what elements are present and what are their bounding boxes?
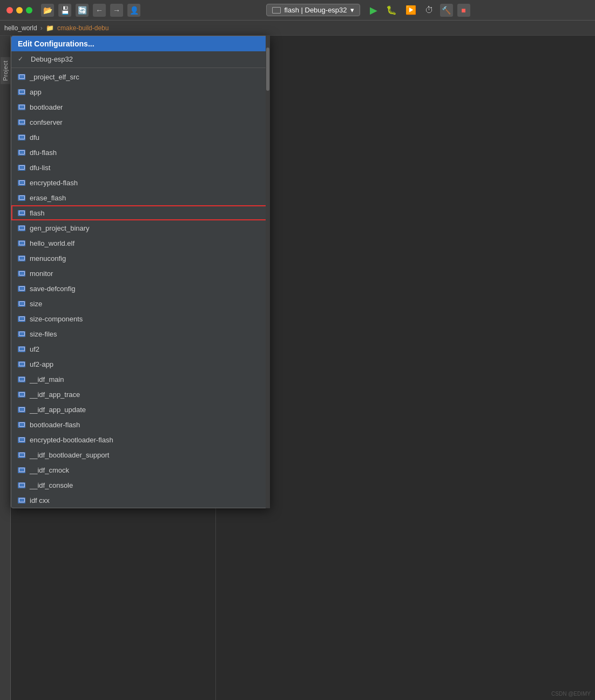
config-label: save-defconfig: [30, 285, 76, 293]
dropdown-item[interactable]: size: [11, 296, 269, 311]
main-layout: Project Project ▾ ▸📁build▾📁cmake-build-d…: [0, 36, 595, 700]
config-icon: [18, 422, 25, 428]
run-with-coverage-button[interactable]: ▶️: [403, 4, 418, 16]
dropdown-item[interactable]: ✓Debug-esp32: [11, 51, 269, 66]
config-label: __idf_console: [30, 481, 73, 489]
open-folder-button[interactable]: 📂: [41, 4, 54, 17]
debug-esp32-label: Debug-esp32: [31, 55, 73, 63]
dropdown-item[interactable]: dfu-list: [11, 160, 269, 175]
refresh-button[interactable]: 🔄: [76, 4, 89, 17]
config-icon: [18, 240, 25, 246]
config-label: bootloader-flash: [30, 421, 80, 429]
breadcrumb-sep-1: ›: [40, 24, 43, 32]
config-icon: [18, 195, 25, 201]
save-button[interactable]: 💾: [58, 4, 71, 17]
config-label: erase_flash: [30, 194, 66, 202]
dropdown-item[interactable]: Edit Configurations...: [11, 36, 269, 51]
config-label: dfu: [30, 133, 39, 142]
config-label: dfu-flash: [30, 149, 57, 157]
forward-button[interactable]: →: [110, 4, 123, 17]
breadcrumb-root[interactable]: hello_world: [4, 24, 37, 32]
config-label: menuconfig: [30, 254, 66, 262]
breadcrumb-child[interactable]: 📁 cmake-build-debu: [46, 24, 109, 32]
config-label: encrypted-bootloader-flash: [30, 436, 113, 444]
dropdown-item[interactable]: flash: [11, 205, 269, 220]
dropdown-item[interactable]: hello_world.elf: [11, 235, 269, 251]
config-icon: [18, 361, 25, 367]
dropdown-item[interactable]: erase_flash: [11, 190, 269, 205]
config-label: idf cxx: [30, 496, 50, 504]
dropdown-overlay: Edit Configurations...✓Debug-esp32_proje…: [11, 36, 270, 508]
checkmark-icon: ✓: [18, 55, 26, 63]
run-config-dropdown[interactable]: flash | Debug-esp32 ▾: [266, 4, 360, 16]
profiler-button[interactable]: ⏱: [423, 4, 436, 16]
dropdown-item[interactable]: dfu: [11, 130, 269, 145]
config-icon: [18, 301, 25, 307]
breadcrumb: hello_world › 📁 cmake-build-debu: [0, 21, 595, 36]
config-icon: [18, 316, 25, 322]
config-label: __idf_app_update: [30, 406, 86, 414]
dropdown-item[interactable]: __idf_console: [11, 477, 269, 493]
back-button[interactable]: ←: [93, 4, 106, 17]
config-label: __idf_cmock: [30, 466, 69, 474]
config-icon: [18, 452, 25, 458]
dropdown-item[interactable]: dfu-flash: [11, 145, 269, 160]
scrollbar-thumb[interactable]: [266, 48, 269, 91]
config-icon: [18, 467, 25, 473]
dropdown-item[interactable]: size-files: [11, 326, 269, 341]
maximize-button[interactable]: [26, 7, 32, 14]
config-icon: [18, 134, 25, 140]
config-label: dfu-list: [30, 164, 50, 172]
dropdown-item[interactable]: __idf_bootloader_support: [11, 447, 269, 462]
config-icon: [18, 437, 25, 443]
dropdown-item[interactable]: uf2: [11, 341, 269, 356]
dropdown-item[interactable]: size-components: [11, 311, 269, 326]
scrollbar-track[interactable]: [266, 36, 270, 508]
project-tab[interactable]: Project: [1, 57, 10, 84]
config-label: __idf_main: [30, 375, 64, 383]
config-icon: [18, 225, 25, 231]
build-menu-button[interactable]: 🔨: [440, 4, 453, 17]
config-label: app: [30, 88, 42, 96]
config-icon: [18, 74, 25, 80]
config-icon: [18, 331, 25, 337]
config-label: size: [30, 300, 42, 308]
dropdown-item[interactable]: confserver: [11, 115, 269, 130]
minimize-button[interactable]: [16, 7, 23, 14]
dropdown-item[interactable]: uf2-app: [11, 356, 269, 372]
config-icon: [18, 376, 25, 382]
dropdown-item[interactable]: idf cxx: [11, 493, 269, 508]
dropdown-item[interactable]: __idf_main: [11, 372, 269, 387]
dropdown-item[interactable]: __idf_app_update: [11, 402, 269, 417]
monitor-icon: [272, 7, 281, 14]
run-button[interactable]: ▶: [368, 3, 380, 17]
dropdown-item[interactable]: save-defconfig: [11, 281, 269, 296]
config-label: __idf_app_trace: [30, 391, 80, 399]
config-icon: [18, 482, 25, 488]
profile-button[interactable]: 👤: [127, 4, 140, 17]
dropdown-item[interactable]: encrypted-flash: [11, 175, 269, 190]
config-label: uf2: [30, 345, 39, 353]
dropdown-item[interactable]: bootloader-flash: [11, 417, 269, 432]
debug-button[interactable]: 🐛: [384, 4, 399, 16]
config-label: __idf_bootloader_support: [30, 451, 109, 459]
config-label: encrypted-flash: [30, 179, 78, 187]
watermark: CSDN @EDIMY: [551, 691, 591, 697]
dropdown-item[interactable]: _project_elf_src: [11, 69, 269, 84]
stop-button[interactable]: ■: [457, 4, 470, 17]
dropdown-item[interactable]: __idf_app_trace: [11, 387, 269, 402]
dropdown-item[interactable]: gen_project_binary: [11, 220, 269, 235]
config-label: bootloader: [30, 103, 63, 111]
dropdown-item[interactable]: bootloader: [11, 99, 269, 115]
side-panel: Project: [0, 36, 11, 700]
title-bar: 📂 💾 🔄 ← → 👤 flash | Debug-esp32 ▾ ▶ 🐛 ▶️…: [0, 0, 595, 21]
config-icon: [18, 210, 25, 216]
dropdown-item[interactable]: __idf_cmock: [11, 462, 269, 477]
dropdown-item[interactable]: app: [11, 84, 269, 99]
close-button[interactable]: [6, 7, 13, 14]
config-icon: [18, 165, 25, 171]
dropdown-item[interactable]: menuconfig: [11, 251, 269, 266]
config-label: flash: [30, 209, 44, 217]
dropdown-item[interactable]: monitor: [11, 266, 269, 281]
dropdown-item[interactable]: encrypted-bootloader-flash: [11, 432, 269, 447]
